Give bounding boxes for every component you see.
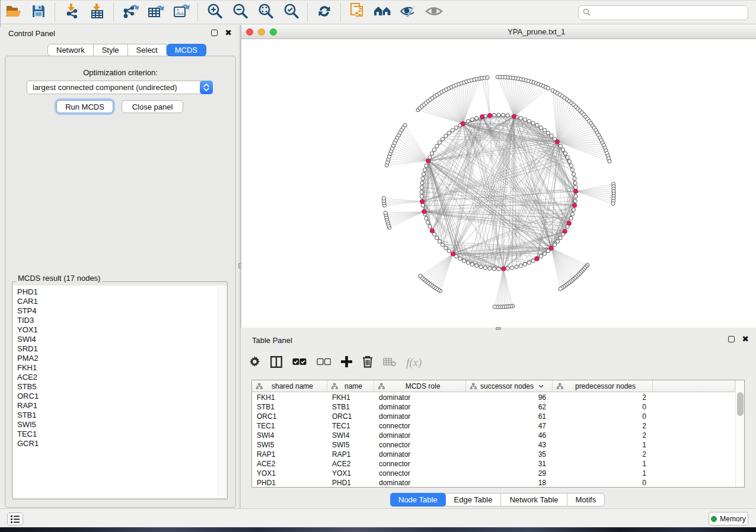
network-node[interactable] <box>559 236 562 240</box>
cell[interactable]: FKH1 <box>327 393 374 402</box>
result-node-swi5[interactable]: SWI5 <box>13 420 227 430</box>
float-panel-icon[interactable] <box>211 30 218 36</box>
network-node[interactable] <box>570 212 574 216</box>
column-header-MCDS-role[interactable]: MCDS role <box>374 380 466 392</box>
clone-network-button[interactable] <box>344 1 370 24</box>
network-window-titlebar[interactable]: YPA_prune.txt_1 <box>241 25 756 39</box>
cell[interactable]: 29 <box>466 469 553 478</box>
open-file-button[interactable] <box>0 1 25 24</box>
network-node[interactable] <box>420 185 423 189</box>
network-node[interactable] <box>475 264 479 267</box>
result-node-stb5[interactable]: STB5 <box>13 382 227 392</box>
network-node[interactable] <box>506 267 509 270</box>
network-node[interactable] <box>420 190 423 194</box>
cell[interactable]: YOX1 <box>252 469 327 478</box>
result-node-yox1[interactable]: YOX1 <box>13 325 227 335</box>
cell[interactable]: connector <box>374 421 466 431</box>
result-node-orc1[interactable]: ORC1 <box>13 392 227 401</box>
float-table-panel-icon[interactable] <box>728 336 735 342</box>
import-network-from-file-button[interactable] <box>59 1 84 24</box>
cell[interactable]: TEC1 <box>252 421 327 431</box>
cell[interactable]: 96 <box>466 393 553 402</box>
network-node[interactable] <box>523 118 527 121</box>
table-scrollbar-thumb[interactable] <box>737 392 744 416</box>
mcds-hub-node[interactable] <box>555 140 559 144</box>
cell[interactable]: YOX1 <box>327 469 374 478</box>
network-node[interactable] <box>444 246 448 250</box>
result-node-phd1[interactable]: PHD1 <box>13 287 227 297</box>
tab-network-table[interactable]: Network Table <box>501 493 567 506</box>
cell[interactable]: STB1 <box>327 402 374 412</box>
network-node[interactable] <box>435 144 439 148</box>
mcds-hub-node[interactable] <box>512 114 516 118</box>
network-node[interactable] <box>420 181 424 185</box>
network-node[interactable] <box>458 257 462 261</box>
network-node[interactable] <box>441 243 444 246</box>
mcds-hub-node[interactable] <box>430 229 434 233</box>
run-mcds-button[interactable]: Run MCDS <box>56 100 113 113</box>
network-node[interactable] <box>435 236 439 240</box>
table-row-ace2[interactable]: ACE2ACE2connector311 <box>252 459 735 469</box>
cell[interactable]: PHD1 <box>252 478 327 488</box>
cell[interactable]: ACE2 <box>327 459 374 469</box>
cell[interactable]: dominator <box>374 431 466 440</box>
table-row-tec1[interactable]: TEC1TEC1connector472 <box>252 421 735 431</box>
mcds-hub-node[interactable] <box>549 246 553 250</box>
result-node-fkh1[interactable]: FKH1 <box>13 363 227 373</box>
network-node[interactable] <box>502 113 505 117</box>
cell[interactable]: 1 <box>553 459 653 469</box>
tab-edge-table[interactable]: Edge Table <box>446 493 502 506</box>
network-node[interactable] <box>546 86 550 90</box>
network-node[interactable] <box>543 129 547 132</box>
network-node[interactable] <box>531 121 535 125</box>
tab-mcds[interactable]: MCDS <box>167 44 206 56</box>
table-row-swi4[interactable]: SWI4SWI4dominator462 <box>252 431 735 440</box>
network-node[interactable] <box>574 195 578 198</box>
network-node[interactable] <box>492 113 496 117</box>
cell[interactable]: SWI5 <box>252 440 327 450</box>
cell[interactable]: dominator <box>374 393 466 402</box>
network-node[interactable] <box>550 134 553 137</box>
network-node[interactable] <box>447 131 451 134</box>
network-node[interactable] <box>564 152 567 155</box>
cell[interactable]: 0 <box>553 478 653 488</box>
network-node[interactable] <box>574 185 578 189</box>
result-list-scrollbar[interactable] <box>218 287 227 496</box>
cell[interactable]: 2 <box>553 431 653 440</box>
network-node[interactable] <box>447 249 451 253</box>
layout-button[interactable] <box>370 1 395 24</box>
network-node[interactable] <box>382 197 385 200</box>
network-node[interactable] <box>562 148 565 152</box>
cell[interactable]: FKH1 <box>252 393 327 402</box>
network-node[interactable] <box>492 267 496 271</box>
network-node[interactable] <box>523 262 527 266</box>
network-node[interactable] <box>423 168 426 172</box>
cell[interactable]: TEC1 <box>327 421 374 431</box>
search-input[interactable] <box>591 6 748 20</box>
fit-content-button[interactable] <box>253 1 278 24</box>
result-node-srd1[interactable]: SRD1 <box>13 344 227 354</box>
cell[interactable]: 1 <box>553 469 653 478</box>
table-row-phd1[interactable]: PHD1PHD1dominator180 <box>252 478 735 488</box>
network-node[interactable] <box>421 177 425 180</box>
hide-selected-button[interactable] <box>395 1 421 24</box>
network-node[interactable] <box>567 159 571 163</box>
network-node[interactable] <box>451 129 454 132</box>
mcds-hub-node[interactable] <box>567 221 571 225</box>
cell[interactable]: 2 <box>553 393 653 402</box>
network-node[interactable] <box>519 116 522 120</box>
zoom-out-button[interactable] <box>227 1 253 24</box>
table-row-orc1[interactable]: ORC1ORC1dominator610 <box>252 412 735 421</box>
save-session-button[interactable] <box>25 1 51 24</box>
table-row-stb1[interactable]: STB1STB1dominator620 <box>252 402 735 412</box>
table-row-fkh1[interactable]: FKH1FKH1dominator962 <box>252 393 735 402</box>
cell[interactable]: connector <box>374 469 466 478</box>
cell[interactable]: 46 <box>466 431 553 440</box>
close-table-panel-icon[interactable]: ✖ <box>742 336 749 342</box>
export-image-button[interactable] <box>168 1 194 24</box>
result-node-car1[interactable]: CAR1 <box>13 297 227 306</box>
cell[interactable]: 2 <box>553 450 653 459</box>
table-row-yox1[interactable]: YOX1YOX1connector291 <box>252 469 735 478</box>
close-panel-button[interactable]: Close panel <box>122 100 183 113</box>
cell[interactable]: dominator <box>374 478 466 488</box>
